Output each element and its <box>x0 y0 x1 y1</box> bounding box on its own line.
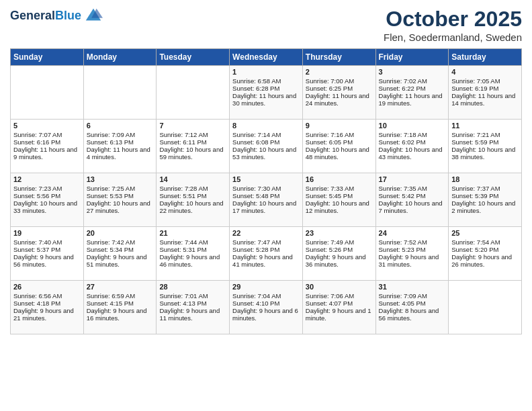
day-number: 19 <box>13 229 81 237</box>
sunrise-text: Sunrise: 7:02 AM <box>379 77 446 85</box>
day-number: 6 <box>87 122 154 130</box>
daylight-text: Daylight: 11 hours and 19 minutes. <box>379 92 446 107</box>
daylight-text: Daylight: 9 hours and 1 minute. <box>306 307 373 322</box>
sunrise-text: Sunrise: 7:44 AM <box>159 238 226 246</box>
daylight-text: Daylight: 10 hours and 53 minutes. <box>232 146 300 161</box>
calendar-cell: 8Sunrise: 7:14 AMSunset: 6:08 PMDaylight… <box>230 120 303 173</box>
sunset-text: Sunset: 6:28 PM <box>232 85 300 92</box>
daylight-text: Daylight: 10 hours and 48 minutes. <box>306 146 373 161</box>
calendar-cell: 30Sunrise: 7:06 AMSunset: 4:07 PMDayligh… <box>302 281 375 334</box>
sunset-text: Sunset: 5:28 PM <box>232 246 300 253</box>
daylight-text: Daylight: 10 hours and 59 minutes. <box>159 146 226 161</box>
day-number: 13 <box>87 175 154 183</box>
sunrise-text: Sunrise: 7:35 AM <box>379 185 446 192</box>
calendar-cell: 13Sunrise: 7:25 AMSunset: 5:53 PMDayligh… <box>83 173 157 227</box>
weekday-header-cell: Monday <box>83 49 157 66</box>
sunset-text: Sunset: 6:25 PM <box>306 85 373 92</box>
daylight-text: Daylight: 9 hours and 51 minutes. <box>87 253 154 268</box>
day-number: 15 <box>232 175 300 183</box>
day-number: 29 <box>232 283 300 291</box>
calendar-week-row: 19Sunrise: 7:40 AMSunset: 5:37 PMDayligh… <box>11 227 522 281</box>
day-number: 8 <box>232 122 300 130</box>
daylight-text: Daylight: 9 hours and 31 minutes. <box>379 253 446 268</box>
sunset-text: Sunset: 6:05 PM <box>306 138 373 146</box>
sunrise-text: Sunrise: 7:00 AM <box>306 77 373 85</box>
sunrise-text: Sunrise: 7:54 AM <box>451 238 519 246</box>
daylight-text: Daylight: 9 hours and 36 minutes. <box>306 253 373 268</box>
calendar-cell: 6Sunrise: 7:09 AMSunset: 6:13 PMDaylight… <box>83 120 157 173</box>
day-number: 28 <box>159 283 226 291</box>
sunrise-text: Sunrise: 7:07 AM <box>13 131 81 138</box>
calendar-cell: 19Sunrise: 7:40 AMSunset: 5:37 PMDayligh… <box>11 227 84 281</box>
calendar-container: GeneralBlue October 2025 Flen, Soederman… <box>0 0 532 341</box>
calendar-cell: 5Sunrise: 7:07 AMSunset: 6:16 PMDaylight… <box>11 120 84 173</box>
sunrise-text: Sunrise: 7:01 AM <box>159 292 226 300</box>
logo: GeneralBlue <box>10 7 103 26</box>
daylight-text: Daylight: 11 hours and 24 minutes. <box>306 92 373 107</box>
calendar-cell: 10Sunrise: 7:18 AMSunset: 6:02 PMDayligh… <box>375 120 449 173</box>
sunrise-text: Sunrise: 7:52 AM <box>379 238 446 246</box>
day-number: 25 <box>451 229 519 237</box>
sunset-text: Sunset: 5:51 PM <box>159 192 226 199</box>
sunrise-text: Sunrise: 6:56 AM <box>13 292 81 300</box>
weekday-header-cell: Tuesday <box>157 49 230 66</box>
calendar-week-row: 12Sunrise: 7:23 AMSunset: 5:56 PMDayligh… <box>11 173 522 227</box>
title-block: October 2025 Flen, Soedermanland, Sweden <box>384 7 522 43</box>
day-number: 27 <box>87 283 154 291</box>
calendar-cell: 31Sunrise: 7:09 AMSunset: 4:05 PMDayligh… <box>375 281 449 334</box>
calendar-cell: 22Sunrise: 7:47 AMSunset: 5:28 PMDayligh… <box>230 227 303 281</box>
calendar-cell: 12Sunrise: 7:23 AMSunset: 5:56 PMDayligh… <box>11 173 84 227</box>
calendar-cell <box>449 281 522 334</box>
daylight-text: Daylight: 9 hours and 56 minutes. <box>13 253 81 268</box>
weekday-header-cell: Wednesday <box>230 49 303 66</box>
day-number: 2 <box>306 68 373 76</box>
day-number: 16 <box>306 175 373 183</box>
day-number: 31 <box>379 283 446 291</box>
daylight-text: Daylight: 11 hours and 14 minutes. <box>451 92 519 107</box>
sunset-text: Sunset: 4:10 PM <box>232 300 300 307</box>
sunrise-text: Sunrise: 7:40 AM <box>13 238 81 246</box>
sunset-text: Sunset: 5:26 PM <box>306 246 373 253</box>
day-number: 21 <box>159 229 226 237</box>
sunrise-text: Sunrise: 7:06 AM <box>306 292 373 300</box>
calendar-cell: 3Sunrise: 7:02 AMSunset: 6:22 PMDaylight… <box>375 66 449 120</box>
calendar-cell: 17Sunrise: 7:35 AMSunset: 5:42 PMDayligh… <box>375 173 449 227</box>
daylight-text: Daylight: 9 hours and 26 minutes. <box>451 253 519 268</box>
sunset-text: Sunset: 6:13 PM <box>87 138 154 146</box>
daylight-text: Daylight: 9 hours and 6 minutes. <box>232 307 300 322</box>
daylight-text: Daylight: 9 hours and 21 minutes. <box>13 307 81 322</box>
logo-icon <box>84 7 103 26</box>
calendar-cell: 24Sunrise: 7:52 AMSunset: 5:23 PMDayligh… <box>375 227 449 281</box>
daylight-text: Daylight: 10 hours and 2 minutes. <box>451 199 519 214</box>
daylight-text: Daylight: 10 hours and 22 minutes. <box>159 199 226 214</box>
weekday-header-cell: Sunday <box>11 49 84 66</box>
sunset-text: Sunset: 6:22 PM <box>379 85 446 92</box>
day-number: 22 <box>232 229 300 237</box>
sunrise-text: Sunrise: 6:58 AM <box>232 77 300 85</box>
sunrise-text: Sunrise: 7:04 AM <box>232 292 300 300</box>
sunrise-text: Sunrise: 7:09 AM <box>87 131 154 138</box>
calendar-cell: 7Sunrise: 7:12 AMSunset: 6:11 PMDaylight… <box>157 120 230 173</box>
calendar-cell: 9Sunrise: 7:16 AMSunset: 6:05 PMDaylight… <box>302 120 375 173</box>
logo-text: GeneralBlue <box>10 9 81 24</box>
sunset-text: Sunset: 5:39 PM <box>451 192 519 199</box>
calendar-cell: 2Sunrise: 7:00 AMSunset: 6:25 PMDaylight… <box>302 66 375 120</box>
daylight-text: Daylight: 9 hours and 11 minutes. <box>159 307 226 322</box>
day-number: 20 <box>87 229 154 237</box>
day-number: 4 <box>451 68 519 76</box>
daylight-text: Daylight: 11 hours and 9 minutes. <box>13 146 81 161</box>
calendar-subtitle: Flen, Soedermanland, Sweden <box>384 32 522 43</box>
calendar-cell: 29Sunrise: 7:04 AMSunset: 4:10 PMDayligh… <box>230 281 303 334</box>
sunset-text: Sunset: 5:20 PM <box>451 246 519 253</box>
day-number: 14 <box>159 175 226 183</box>
calendar-cell: 27Sunrise: 6:59 AMSunset: 4:15 PMDayligh… <box>83 281 157 334</box>
daylight-text: Daylight: 8 hours and 56 minutes. <box>379 307 446 322</box>
daylight-text: Daylight: 11 hours and 4 minutes. <box>87 146 154 161</box>
sunset-text: Sunset: 6:02 PM <box>379 138 446 146</box>
calendar-table: SundayMondayTuesdayWednesdayThursdayFrid… <box>10 48 522 334</box>
sunset-text: Sunset: 5:31 PM <box>159 246 226 253</box>
day-number: 5 <box>13 122 81 130</box>
calendar-cell: 11Sunrise: 7:21 AMSunset: 5:59 PMDayligh… <box>449 120 522 173</box>
calendar-cell: 14Sunrise: 7:28 AMSunset: 5:51 PMDayligh… <box>157 173 230 227</box>
sunset-text: Sunset: 5:34 PM <box>87 246 154 253</box>
